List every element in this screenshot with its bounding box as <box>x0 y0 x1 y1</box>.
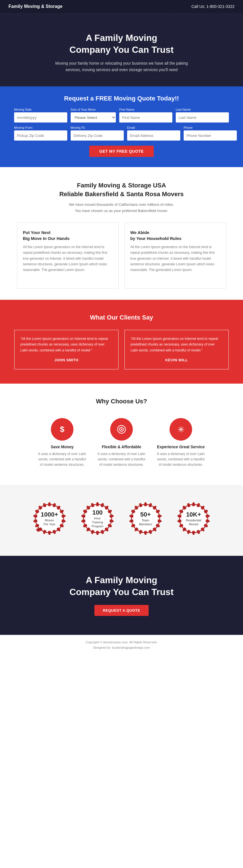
size-group: Size of Your Move Please Select Studio /… <box>71 108 116 123</box>
moving-from-label: Moving From: <box>14 126 67 129</box>
why-card-desc-3: It uses a dictionary of over Latin words… <box>155 452 206 468</box>
first-name-label: First Name <box>119 108 172 111</box>
site-logo: Family Moving & Storage <box>8 4 62 9</box>
footer-designed-by: Designed by: buylandingpagedesign.com <box>4 645 239 651</box>
feature-desc-1: All the Lorem Ipsum generators on the In… <box>23 244 113 273</box>
stat-number-2: 100 <box>88 509 107 516</box>
stat-wreath-1: 1000+ MovesPer Year <box>30 499 69 538</box>
stat-inner-2: 100 Hour TrainingProgram <box>88 509 107 528</box>
why-row: $ Save Money It uses a dictionary of ove… <box>17 415 226 470</box>
testimonial-card-1: "All the Lorem Ipsum generators on Inter… <box>14 330 119 370</box>
first-name-input[interactable] <box>119 112 172 123</box>
flexible-icon <box>110 418 133 441</box>
moving-from-group: Moving From: <box>14 126 67 141</box>
stat-item-2: 100 Hour TrainingProgram <box>78 499 117 542</box>
get-quote-button[interactable]: GET MY FREE QUOTE <box>89 146 154 157</box>
email-label: Email <box>127 126 180 129</box>
testimonial-name-1: JOHN SMITH <box>20 357 112 363</box>
testimonials-section: What Our Clients Say "All the Lorem Ipsu… <box>0 300 243 383</box>
moving-date-group: Moving Date <box>14 108 67 123</box>
moving-date-label: Moving Date <box>14 108 67 111</box>
size-label: Size of Your Move <box>71 108 116 111</box>
stat-label-2: Hour TrainingProgram <box>88 516 107 528</box>
email-group: Email <box>127 126 180 141</box>
why-card-title-2: Flexible & Affordable <box>96 444 147 449</box>
stat-label-3: TeamMembers <box>137 518 154 526</box>
last-name-label: Last Name <box>176 108 229 111</box>
stat-item-4: 10K+ ResidentialMoved <box>174 499 213 542</box>
cta-button[interactable]: REQUEST A QUOTE <box>94 605 148 616</box>
moving-to-label: Moving To: <box>71 126 124 129</box>
feature-desc-2: All the Lorem Ipsum generators on the In… <box>130 244 220 273</box>
phone-input[interactable] <box>184 130 237 141</box>
hero-section: A Family MovingCompany You Can Trust Mov… <box>0 13 243 86</box>
first-name-group: First Name <box>119 108 172 123</box>
moving-to-input[interactable] <box>71 130 124 141</box>
testimonial-text-1: "All the Lorem Ipsum generators on Inter… <box>20 337 108 352</box>
last-name-input[interactable] <box>176 112 229 123</box>
moving-date-input[interactable] <box>14 112 67 123</box>
stat-label-4: ResidentialMoved <box>184 518 204 526</box>
stat-inner-4: 10K+ ResidentialMoved <box>184 510 204 526</box>
why-card-desc-1: It uses a dictionary of over Latin words… <box>37 452 88 468</box>
why-title: Why Choose Us? <box>17 398 226 405</box>
save-money-icon: $ <box>51 418 74 441</box>
about-title: Family Moving & Storage USAReliable Bake… <box>17 181 226 199</box>
stat-number-3: 50+ <box>137 510 154 518</box>
svg-point-2 <box>121 429 123 430</box>
quote-form-title: Request a FREE Moving Quote Today!! <box>14 95 229 102</box>
stat-wreath-2: 100 Hour TrainingProgram <box>78 499 117 538</box>
why-card-desc-2: It uses a dictionary of over Latin words… <box>96 452 147 468</box>
quote-form-section: Request a FREE Moving Quote Today!! Movi… <box>0 86 243 167</box>
why-card-1: $ Save Money It uses a dictionary of ove… <box>34 415 90 470</box>
why-card-3: ✳ Experience Great Service It uses a dic… <box>153 415 209 470</box>
form-row-1: Moving Date Size of Your Move Please Sel… <box>14 108 229 123</box>
phone-label: Call Us: <box>191 4 205 9</box>
testimonials-title: What Our Clients Say <box>14 314 229 321</box>
testimonial-card-2: "All the Lorem Ipsum generators on Inter… <box>124 330 229 370</box>
great-service-icon: ✳ <box>169 418 192 441</box>
phone-label: Phone <box>184 126 237 129</box>
stat-wreath-3: 50+ TeamMembers <box>126 499 165 538</box>
email-input[interactable] <box>127 130 180 141</box>
phone-number: 1-800-321-3322 <box>206 4 235 9</box>
stat-number-4: 10K+ <box>184 510 204 518</box>
cta-title: A Family MovingCompany You Can Trust <box>70 575 174 598</box>
phone-group: Phone <box>184 126 237 141</box>
testimonials-row: "All the Lorem Ipsum generators on Inter… <box>14 330 229 370</box>
hero-description: Moving your family home or relocating yo… <box>48 60 195 73</box>
why-card-title-3: Experience Great Service <box>155 444 206 449</box>
stat-inner-1: 1000+ MovesPer Year <box>41 510 58 526</box>
feature-title-1: Put Your NextBig Move In Our Hands <box>23 229 113 241</box>
site-header: Family Moving & Storage Call Us: 1-800-3… <box>0 0 243 13</box>
stat-item-1: 1000+ MovesPer Year <box>30 499 69 542</box>
why-section: Why Choose Us? $ Save Money It uses a di… <box>0 383 243 485</box>
moving-to-group: Moving To: <box>71 126 124 141</box>
stat-number-1: 1000+ <box>41 510 58 518</box>
site-footer: Copyright © domainname.com. All Rights R… <box>0 635 243 655</box>
footer-copyright: Copyright © domainname.com. All Rights R… <box>4 640 239 645</box>
stats-section: 1000+ MovesPer Year <box>0 485 243 556</box>
size-select[interactable]: Please Select Studio / 1 Bedroom 2 Bedro… <box>71 112 116 123</box>
about-section: Family Moving & Storage USAReliable Bake… <box>0 167 243 300</box>
moving-from-input[interactable] <box>14 130 67 141</box>
stat-label-1: MovesPer Year <box>41 518 58 526</box>
last-name-group: Last Name <box>176 108 229 123</box>
feature-title-2: We Abideby Your Household Rules <box>130 229 220 241</box>
feature-card-1: Put Your NextBig Move In Our Hands All t… <box>17 222 119 288</box>
testimonial-name-2: KEVIN WILL <box>131 357 223 363</box>
stat-item-3: 50+ TeamMembers <box>126 499 165 542</box>
features-row: Put Your NextBig Move In Our Hands All t… <box>17 222 226 288</box>
about-description: We have moved thousands of Californians … <box>51 202 192 214</box>
stat-wreath-4: 10K+ ResidentialMoved <box>174 499 213 538</box>
feature-card-2: We Abideby Your Household Rules All the … <box>124 222 226 288</box>
hero-title: A Family MovingCompany You Can Trust <box>70 32 174 56</box>
header-phone: Call Us: 1-800-321-3322 <box>191 4 235 9</box>
form-row-2: Moving From: Moving To: Email Phone <box>14 126 229 141</box>
stat-inner-3: 50+ TeamMembers <box>137 510 154 526</box>
testimonial-text-2: "All the Lorem Ipsum generators on Inter… <box>131 337 218 352</box>
cta-section: A Family MovingCompany You Can Trust REQ… <box>0 556 243 635</box>
why-card-2: Flexible & Affordable It uses a dictiona… <box>93 415 150 470</box>
why-card-title-1: Save Money <box>37 444 88 449</box>
